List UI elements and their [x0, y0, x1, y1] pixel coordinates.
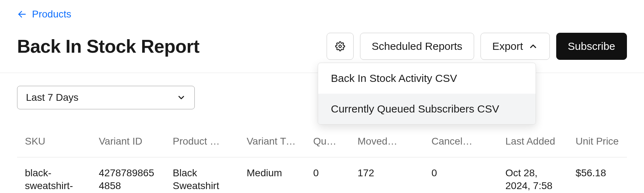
- scheduled-reports-button[interactable]: Scheduled Reports: [360, 33, 474, 60]
- page-title: Back In Stock Report: [17, 36, 199, 57]
- date-range-select[interactable]: Last 7 Days: [17, 86, 195, 109]
- report-table: SKU Variant ID Product … Variant Ti… Que…: [17, 129, 627, 193]
- arrow-left-icon: [17, 9, 27, 19]
- chevron-up-icon: [528, 41, 538, 51]
- col-header-sku[interactable]: SKU: [17, 129, 91, 157]
- gear-icon: [335, 41, 345, 51]
- export-button[interactable]: Export: [481, 33, 550, 60]
- col-header-variant-title[interactable]: Variant Ti…: [239, 129, 305, 157]
- date-range-value: Last 7 Days: [26, 92, 79, 103]
- col-header-cancel[interactable]: Cancel…: [424, 129, 498, 157]
- export-label: Export: [492, 40, 523, 52]
- cell-variant-id: 42787898654858: [91, 157, 165, 193]
- svg-point-1: [339, 45, 341, 48]
- export-dropdown: Back In Stock Activity CSV Currently Que…: [318, 63, 536, 125]
- col-header-queue[interactable]: Queue: [305, 129, 350, 157]
- header-actions: Scheduled Reports Export Subscribe Back …: [327, 33, 627, 60]
- settings-button[interactable]: [327, 33, 354, 60]
- subscribe-button[interactable]: Subscribe: [556, 33, 627, 60]
- chevron-down-icon: [177, 93, 186, 102]
- col-header-product[interactable]: Product …: [165, 129, 239, 157]
- col-header-unit-price[interactable]: Unit Price: [568, 129, 627, 157]
- cell-unit-price: $56.18: [568, 157, 627, 193]
- cell-moved: 172: [350, 157, 424, 193]
- cell-cancel: 0: [424, 157, 498, 193]
- scheduled-reports-label: Scheduled Reports: [372, 40, 462, 52]
- breadcrumb: Products: [17, 9, 627, 20]
- col-header-last-added[interactable]: Last Added: [498, 129, 568, 157]
- table-header-row: SKU Variant ID Product … Variant Ti… Que…: [17, 129, 627, 157]
- export-option-queued-subscribers-csv[interactable]: Currently Queued Subscribers CSV: [318, 94, 536, 124]
- table-row[interactable]: black-sweatshirt-medium 42787898654858 B…: [17, 157, 627, 193]
- cell-last-added: Oct 28, 2024, 7:58 AM: [498, 157, 568, 193]
- col-header-moved[interactable]: Moved…: [350, 129, 424, 157]
- breadcrumb-label: Products: [32, 9, 71, 20]
- cell-product: Black Sweatshirt: [165, 157, 239, 193]
- cell-variant-title: Medium: [239, 157, 305, 193]
- export-option-activity-csv[interactable]: Back In Stock Activity CSV: [318, 63, 536, 94]
- col-header-variant-id[interactable]: Variant ID: [91, 129, 165, 157]
- cell-queue: 0: [305, 157, 350, 193]
- subscribe-label: Subscribe: [568, 40, 615, 52]
- export-option-label: Currently Queued Subscribers CSV: [331, 103, 499, 115]
- export-option-label: Back In Stock Activity CSV: [331, 72, 457, 84]
- cell-sku: black-sweatshirt-medium: [17, 157, 91, 193]
- breadcrumb-back-link[interactable]: Products: [17, 9, 71, 20]
